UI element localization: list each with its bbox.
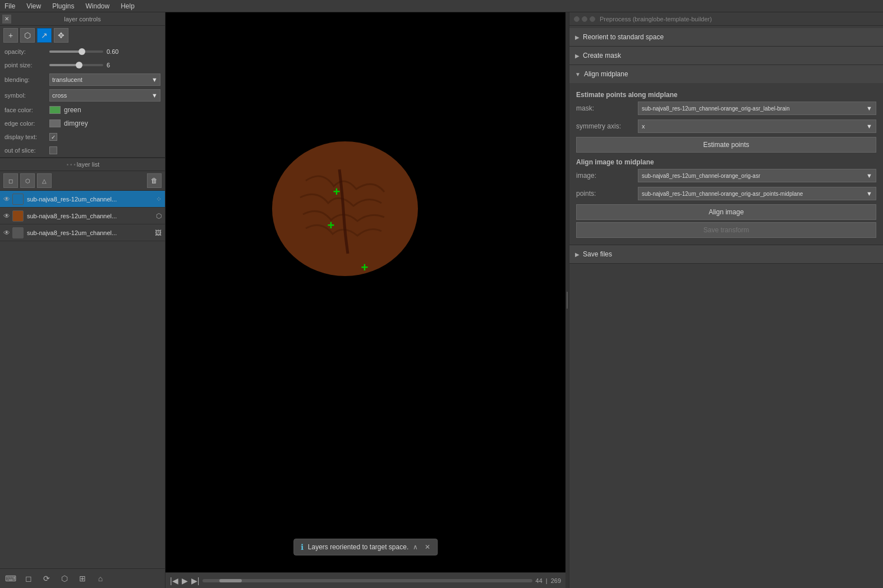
- layer-item[interactable]: 👁 sub-najva8_res-12um_channel... 🖼: [0, 224, 165, 241]
- image-select[interactable]: sub-najva8_res-12um_channel-orange_orig-…: [638, 169, 876, 182]
- canvas-bottom-bar: |◀ ▶ ▶| 44 | 269: [165, 572, 565, 588]
- transform-tool-button[interactable]: ↗: [37, 28, 52, 43]
- out-of-slice-checkbox[interactable]: [49, 146, 57, 154]
- opacity-label: opacity:: [4, 48, 49, 55]
- layer-name: sub-najva8_res-12um_channel...: [27, 213, 154, 219]
- layer-item[interactable]: 👁 sub-najva8_res-12um_channel... ⬡: [0, 208, 165, 224]
- delete-layer-button[interactable]: 🗑: [147, 173, 162, 188]
- opacity-slider[interactable]: 0.60: [49, 48, 160, 55]
- edge-color-control[interactable]: dimgrey: [49, 120, 160, 127]
- points-field-label: points:: [576, 190, 638, 197]
- layer-item[interactable]: 👁 sub-najva8_res-12um_channel... ⁘: [0, 191, 165, 208]
- hex-button[interactable]: ⬡: [57, 571, 72, 586]
- symmetry-axis-select[interactable]: x ▼: [638, 120, 876, 133]
- window-maximize-button[interactable]: [590, 16, 595, 22]
- console-button[interactable]: ⌨: [3, 571, 18, 586]
- points-select[interactable]: sub-najva8_res-12um_channel-orange_orig-…: [638, 187, 876, 200]
- points-dropdown-icon: ▼: [866, 190, 872, 197]
- close-notification-button[interactable]: ✕: [425, 543, 430, 551]
- frame-current: 44: [536, 577, 542, 584]
- save-files-section-header[interactable]: ▶ Save files: [569, 245, 883, 263]
- reorient-arrow-icon: ▶: [575, 34, 580, 40]
- face-color-swatch[interactable]: [49, 106, 61, 114]
- right-panel-title-text: Preprocess (brainglobe-template-builder): [600, 16, 712, 22]
- face-color-control[interactable]: green: [49, 106, 160, 114]
- layer-visibility-icon[interactable]: 👁: [3, 195, 10, 203]
- image-icon: 🖼: [155, 229, 162, 237]
- blending-select[interactable]: translucent ▼: [49, 74, 160, 86]
- estimate-points-button[interactable]: Estimate points: [576, 137, 876, 153]
- point-size-value: 6: [107, 62, 160, 68]
- symbol-select[interactable]: cross ▼: [49, 89, 160, 102]
- select-tool-button[interactable]: ⬡: [20, 28, 35, 43]
- edge-color-swatch[interactable]: [49, 120, 61, 127]
- save-transform-button[interactable]: Save transform: [576, 222, 876, 238]
- window-buttons: [574, 16, 595, 22]
- rotate-button[interactable]: ⟳: [39, 571, 54, 586]
- symbol-row: symbol: cross ▼: [0, 88, 165, 103]
- create-mask-section: ▶ Create mask: [569, 47, 883, 65]
- notification-text: Layers reoriented to target space.: [308, 543, 408, 551]
- face-color-label: face color:: [4, 107, 49, 113]
- mask-select[interactable]: sub-najva8_res-12um_channel-orange_orig-…: [638, 102, 876, 115]
- menu-help[interactable]: Help: [118, 1, 137, 11]
- align-image-button[interactable]: Align image: [576, 204, 876, 220]
- square-button[interactable]: ◻: [21, 571, 36, 586]
- reorient-section-header[interactable]: ▶ Reorient to standard space: [569, 28, 883, 46]
- go-to-start-button[interactable]: |◀: [170, 576, 178, 585]
- grid-button[interactable]: ⊞: [75, 571, 90, 586]
- blending-label: blending:: [4, 76, 49, 83]
- mask-field-row: mask: sub-najva8_res-12um_channel-orange…: [576, 101, 876, 116]
- frame-total: 269: [551, 577, 561, 584]
- brain-visualization: [261, 125, 429, 282]
- edge-color-label: edge color:: [4, 120, 49, 127]
- label-tool-button[interactable]: ⬡: [20, 173, 35, 188]
- layer-list-titlebar: • • • layer list: [0, 158, 165, 171]
- display-text-checkbox[interactable]: ✓: [49, 133, 57, 141]
- reorient-section-title: Reorient to standard space: [583, 33, 664, 41]
- window-minimize-button[interactable]: [582, 16, 587, 22]
- menu-view[interactable]: View: [24, 1, 43, 11]
- left-panel: ✕ layer controls + ⬡ ↗ ✥ opacity: 0.60: [0, 12, 165, 588]
- align-midplane-section-header[interactable]: ▼ Align midplane: [569, 65, 883, 83]
- bottom-toolbar: ⌨ ◻ ⟳ ⬡ ⊞ ⌂: [0, 568, 165, 588]
- layer-controls-titlebar: ✕ layer controls: [0, 12, 165, 26]
- window-close-button[interactable]: [574, 16, 580, 22]
- right-panel: Preprocess (brainglobe-template-builder)…: [569, 12, 883, 588]
- right-panel-content: ▶ Reorient to standard space ▶ Create ma…: [569, 26, 883, 588]
- home-button[interactable]: ⌂: [93, 571, 108, 586]
- go-to-end-button[interactable]: ▶|: [191, 576, 200, 585]
- collapse-notification-button[interactable]: ∧: [413, 543, 418, 551]
- point-size-slider[interactable]: 6: [49, 62, 160, 68]
- create-mask-section-header[interactable]: ▶ Create mask: [569, 47, 883, 65]
- notification-bar: ℹ Layers reoriented to target space. ∧ ✕: [293, 539, 438, 555]
- layer-controls-panel: ✕ layer controls + ⬡ ↗ ✥ opacity: 0.60: [0, 12, 165, 158]
- layer-thumbnail: [12, 210, 24, 222]
- face-color-value: green: [64, 106, 81, 114]
- layer-list-toolbar: ◻ ⬡ △ 🗑: [0, 171, 165, 191]
- svg-point-0: [272, 141, 418, 276]
- menu-file[interactable]: File: [2, 1, 17, 11]
- select-layer-tool-button[interactable]: ◻: [3, 173, 18, 188]
- symmetry-axis-field-label: symmetry axis:: [576, 122, 638, 130]
- menu-window[interactable]: Window: [84, 1, 112, 11]
- close-layer-controls-button[interactable]: ✕: [2, 15, 11, 24]
- layer-thumbnail: [12, 194, 24, 205]
- layer-visibility-icon[interactable]: 👁: [3, 229, 10, 237]
- polygon-tool-button[interactable]: △: [37, 173, 52, 188]
- menu-plugins[interactable]: Plugins: [50, 1, 76, 11]
- move-tool-button[interactable]: ✥: [54, 28, 68, 43]
- add-layer-button[interactable]: +: [3, 28, 18, 43]
- frame-separator: |: [546, 577, 548, 584]
- play-button[interactable]: ▶: [182, 576, 188, 585]
- mask-dropdown-icon: ▼: [866, 105, 872, 112]
- layer-visibility-icon[interactable]: 👁: [3, 212, 10, 220]
- align-midplane-section: ▼ Align midplane Estimate points along m…: [569, 65, 883, 245]
- resize-handle[interactable]: • • •: [66, 160, 77, 169]
- mask-field-label: mask:: [576, 104, 638, 112]
- symmetry-axis-dropdown-icon: ▼: [866, 123, 872, 130]
- create-mask-section-title: Create mask: [583, 52, 621, 59]
- frame-scrubber[interactable]: [203, 579, 532, 582]
- midplane-point-3: +: [361, 260, 369, 275]
- canvas-viewport[interactable]: + + + ℹ Layers reoriented to target spac…: [165, 12, 565, 572]
